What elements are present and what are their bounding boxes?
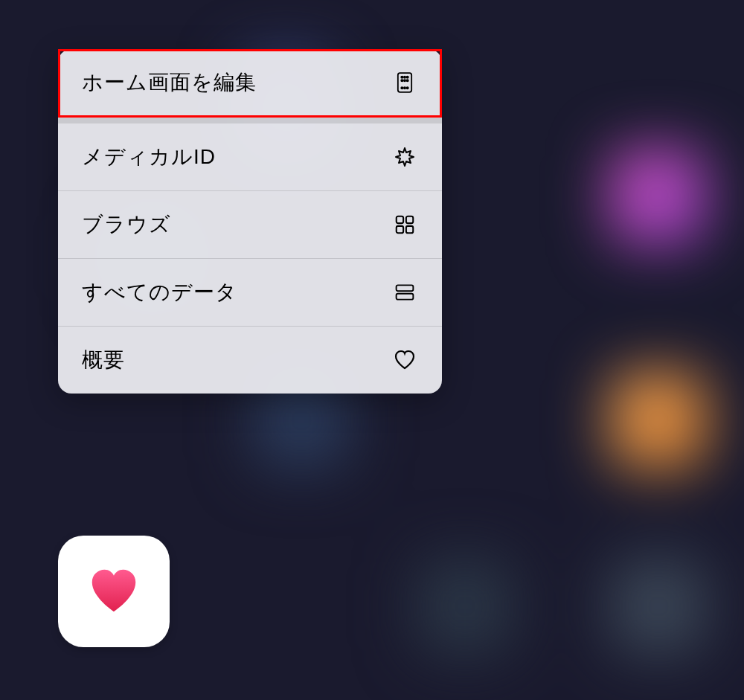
health-app-icon[interactable]	[58, 536, 170, 647]
svg-rect-12	[397, 226, 403, 233]
bg-app-icon	[610, 149, 707, 245]
svg-point-1	[401, 77, 403, 78]
menu-item-summary[interactable]: 概要	[58, 327, 442, 394]
svg-point-7	[401, 87, 403, 89]
browse-icon	[391, 211, 418, 238]
menu-item-label: ブラウズ	[82, 211, 171, 239]
medical-id-icon	[391, 144, 418, 170]
heart-icon	[87, 565, 141, 618]
bg-app-icon	[610, 372, 707, 469]
edit-home-icon	[391, 69, 418, 96]
svg-point-3	[407, 77, 408, 78]
menu-item-all-data[interactable]: すべてのデータ	[58, 259, 442, 327]
menu-item-label: メディカルID	[82, 143, 216, 171]
svg-rect-10	[397, 216, 403, 223]
svg-point-4	[401, 80, 403, 81]
menu-item-label: 概要	[82, 346, 125, 374]
menu-item-label: ホーム画面を編集	[82, 68, 257, 97]
svg-rect-14	[397, 285, 414, 291]
all-data-icon	[391, 279, 418, 306]
menu-item-label: すべてのデータ	[82, 278, 237, 306]
svg-point-6	[407, 80, 408, 81]
svg-rect-11	[406, 216, 413, 223]
svg-point-2	[404, 77, 405, 78]
context-menu: ホーム画面を編集 メディカルID ブラウズ	[58, 49, 442, 394]
menu-item-medical-id[interactable]: メディカルID	[58, 123, 442, 191]
menu-item-browse[interactable]: ブラウズ	[58, 191, 442, 259]
svg-point-9	[407, 87, 408, 89]
summary-icon	[391, 347, 418, 373]
svg-rect-13	[406, 226, 413, 233]
bg-app-icon	[417, 558, 513, 655]
menu-item-edit-home[interactable]: ホーム画面を編集	[58, 49, 442, 123]
bg-app-icon	[610, 558, 707, 655]
svg-rect-15	[397, 294, 414, 300]
svg-point-8	[404, 87, 405, 89]
svg-point-5	[404, 80, 405, 81]
